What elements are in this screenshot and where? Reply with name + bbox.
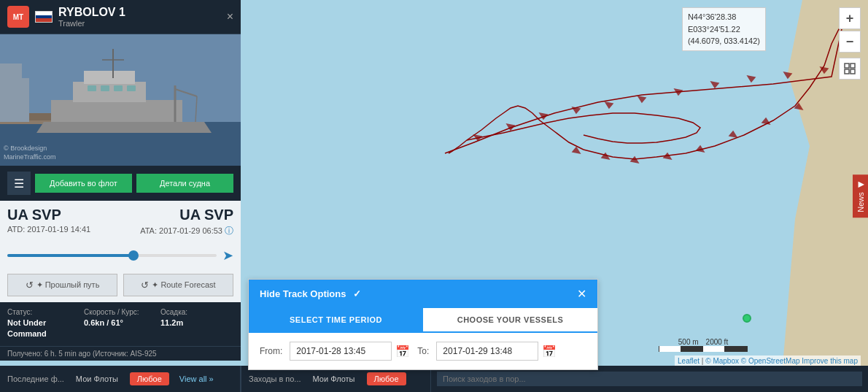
svg-marker-4: [605, 102, 613, 108]
svg-rect-34: [101, 85, 109, 91]
departure-port: UA SVP: [7, 207, 120, 223]
from-date-input[interactable]: [290, 342, 392, 361]
side-panel: MT RYBOLOV 1 Trawler ×: [0, 0, 241, 361]
arrival-port: UA SVP: [120, 207, 233, 223]
past-route-icon: ↺: [26, 280, 34, 291]
svg-rect-35: [114, 85, 123, 91]
svg-rect-36: [127, 85, 136, 91]
speed-col: Скорость / Курс: 0.6kn / 61°: [84, 308, 157, 340]
to-date-wrap: 📅: [436, 342, 557, 361]
myfleets-btn-1[interactable]: Мои Флоты: [69, 372, 125, 385]
vessel-name: RYBOLOV 1: [58, 6, 221, 19]
news-tab[interactable]: News ◀: [853, 174, 868, 218]
svg-marker-14: [697, 146, 704, 152]
menu-button[interactable]: ☰: [7, 172, 31, 195]
vessel-header: MT RYBOLOV 1 Trawler ×: [0, 0, 241, 34]
track-options-header: Hide Track Options ✓ ✕: [249, 280, 597, 308]
svg-rect-33: [88, 85, 96, 91]
svg-marker-16: [631, 157, 638, 163]
from-calendar-icon[interactable]: 📅: [395, 345, 410, 358]
svg-marker-1: [507, 124, 514, 130]
myfleets-btn-2[interactable]: Мои Флоты: [306, 372, 363, 385]
forecast-label: ✦ Route Forecast: [152, 280, 215, 290]
improve-attr[interactable]: Improve this map: [802, 357, 858, 365]
track-options-title: Hide Track Options ✓: [260, 288, 361, 299]
port-info: UA SVP ATD: 2017-01-19 14:41 UA SVP ATA:…: [0, 201, 241, 243]
vessel-photo[interactable]: © Brookdesign MarineTraffic.com: [0, 34, 241, 166]
coord-display: N44°36'28.38 E033°24'51.22 (44.6079, 033…: [682, 7, 766, 51]
track-options-close-button[interactable]: ✕: [577, 287, 586, 301]
slider-fill: [7, 254, 133, 257]
map-type-button[interactable]: [839, 58, 861, 80]
svg-marker-17: [602, 153, 609, 159]
draft-value: 11.2m: [160, 318, 233, 328]
tab-choose-vessels[interactable]: CHOOSE YOUR VESSELS: [423, 308, 597, 331]
track-options-popup: Hide Track Options ✓ ✕ SELECT TIME PERIO…: [248, 279, 598, 370]
svg-marker-2: [540, 113, 547, 119]
received-row: Получено: 6 h. 5 min ago (Источник: AIS-…: [0, 346, 241, 361]
atd-value: 2017-01-19 14:41: [27, 225, 90, 234]
fav-btn-1[interactable]: Любое: [130, 372, 169, 385]
arrival-info: UA SVP ATA: 2017-01-29 06:53 ⓘ: [120, 207, 233, 237]
vessel-position-dot: [743, 314, 751, 323]
zoom-in-button[interactable]: +: [839, 7, 861, 29]
vessel-flag: [35, 11, 53, 23]
tab-select-time-period[interactable]: SELECT TIME PERIOD: [249, 308, 423, 331]
scale-label-2000: 2000 ft: [706, 338, 729, 346]
past-route-label: ✦ Прошлый путь: [36, 280, 100, 290]
mapbox-attr[interactable]: © Mapbox: [705, 357, 739, 365]
svg-rect-30: [84, 71, 135, 84]
svg-rect-19: [845, 64, 849, 68]
forecast-icon: ↺: [141, 280, 149, 291]
status-row: Статус: Not Under Command Скорость / Кур…: [0, 302, 241, 346]
fav-btn-2[interactable]: Любое: [367, 372, 406, 385]
svg-marker-8: [748, 76, 755, 82]
track-options-body: From: 📅 To: 📅: [249, 333, 597, 369]
panel-close-button[interactable]: ×: [227, 10, 233, 23]
add-to-fleet-button[interactable]: Добавить во флот: [35, 174, 132, 193]
ata-row: ATA: 2017-01-29 06:53 ⓘ: [120, 225, 233, 237]
svg-marker-5: [638, 96, 646, 102]
vessel-details-button[interactable]: Детали судна: [136, 174, 233, 193]
action-buttons: ☰ Добавить во флот Детали судна: [0, 166, 241, 201]
slider-track[interactable]: [7, 254, 217, 257]
section1-label: Последние ф...: [7, 374, 64, 383]
track-options-tabs: SELECT TIME PERIOD CHOOSE YOUR VESSELS: [249, 308, 597, 333]
svg-rect-41: [0, 64, 22, 82]
svg-marker-6: [675, 89, 682, 95]
departure-info: UA SVP ATD: 2017-01-19 14:41: [7, 207, 120, 234]
news-tab-label: News ◀: [856, 180, 865, 212]
port-search-input[interactable]: [437, 372, 862, 386]
svg-rect-28: [51, 100, 182, 122]
image-watermark: © Brookdesign MarineTraffic.com: [4, 144, 56, 162]
bottom-section-1: Последние ф... Мои Флоты Любое View all …: [0, 366, 241, 392]
route-forecast-button[interactable]: ↺ ✦ Route Forecast: [123, 274, 233, 296]
view-all-button[interactable]: View all »: [174, 372, 220, 385]
zoom-out-button[interactable]: −: [839, 31, 861, 53]
status-value: Not Under Command: [7, 318, 80, 340]
to-date-input[interactable]: [436, 342, 538, 361]
route-buttons: ↺ ✦ Прошлый путь ↺ ✦ Route Forecast: [0, 268, 241, 302]
ata-info-icon[interactable]: ⓘ: [225, 226, 233, 236]
past-route-button[interactable]: ↺ ✦ Прошлый путь: [7, 274, 117, 296]
received-text: Получено: 6 h. 5 min ago (Источник: AIS-…: [7, 350, 157, 358]
route-slider: ➤: [0, 243, 241, 268]
svg-rect-21: [845, 69, 849, 74]
atd-row: ATD: 2017-01-19 14:41: [7, 225, 120, 234]
svg-rect-22: [850, 69, 855, 74]
to-calendar-icon[interactable]: 📅: [542, 345, 557, 358]
map-attribution: Leaflet | © Mapbox © OpenStreetMap Impro…: [675, 356, 861, 366]
leaflet-link[interactable]: Leaflet: [678, 357, 700, 365]
svg-marker-27: [36, 122, 212, 133]
slider-arrow-icon: ➤: [222, 247, 233, 264]
svg-rect-29: [73, 82, 146, 102]
osm-attr[interactable]: © OpenStreetMap: [741, 357, 800, 365]
vessel-image: © Brookdesign MarineTraffic.com: [0, 34, 241, 166]
ata-value: 2017-01-29 06:53: [159, 226, 222, 235]
svg-marker-15: [664, 153, 671, 159]
svg-marker-0: [474, 135, 481, 140]
draft-col: Осадка: 11.2m: [160, 308, 233, 340]
speed-value: 0.6kn / 61°: [84, 318, 157, 328]
coord-decimal: (44.6079, 033.4142): [688, 35, 760, 47]
section2-label: Заходы в по...: [249, 374, 301, 383]
